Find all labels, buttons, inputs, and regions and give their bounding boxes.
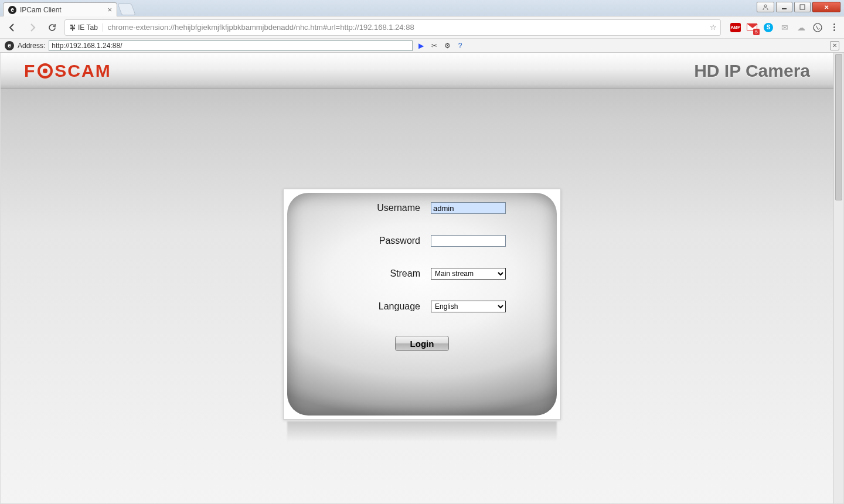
ext-gmail-icon[interactable]: 5 (747, 22, 757, 33)
omnibox-url: chrome-extension://hehijbfgiekmjfkfjpbkb… (108, 23, 414, 32)
login-card: Username Password Stream Main stream Lan… (283, 189, 561, 420)
svg-point-3 (814, 23, 822, 32)
ietab-logo-icon: e (5, 41, 14, 50)
extension-chip: IE Tab (69, 23, 103, 32)
ext-cloud-icon[interactable]: ☁ (796, 22, 806, 33)
arrow-right-icon (27, 22, 38, 33)
evernote-icon (813, 23, 822, 32)
ietab-help-icon[interactable]: ? (455, 41, 465, 50)
user-icon (763, 4, 768, 10)
tab-close-icon[interactable]: × (107, 5, 112, 14)
chrome-menu-button[interactable] (829, 22, 839, 33)
username-label: Username (338, 203, 420, 213)
minimize-icon (781, 4, 787, 10)
svg-point-0 (764, 5, 767, 7)
ietab-tools-icon[interactable]: ✂ (430, 41, 439, 50)
ext-abp-icon[interactable]: ABP (730, 22, 741, 33)
svg-rect-1 (782, 8, 787, 9)
arrow-left-icon (7, 22, 18, 33)
extension-chip-label: IE Tab (78, 23, 98, 32)
puzzle-icon (69, 24, 76, 31)
browser-toolbar: IE Tab chrome-extension://hehijbfgiekmjf… (0, 16, 844, 39)
window-close-button[interactable]: ✕ (812, 2, 840, 12)
svg-rect-2 (800, 5, 805, 9)
ietab-settings-icon[interactable]: ⚙ (443, 41, 452, 50)
tab-title: IPCam Client (20, 6, 62, 14)
ext-skype-icon[interactable]: S (763, 22, 774, 33)
product-title: HD IP Camera (694, 61, 810, 81)
ietab-address-bar: e Address: ▶ ✂ ⚙ ? ✕ (0, 39, 844, 53)
ietab-close-button[interactable]: ✕ (830, 41, 839, 50)
reload-icon (47, 23, 57, 32)
stream-select[interactable]: Main stream (431, 268, 506, 280)
window-user-button[interactable] (757, 2, 774, 12)
browser-tab-active[interactable]: e IPCam Client × (3, 2, 117, 16)
window-minimize-button[interactable] (776, 2, 792, 12)
language-label: Language (338, 301, 420, 312)
stream-label: Stream (338, 268, 420, 279)
nav-reload-button[interactable] (45, 20, 60, 35)
browser-tab-strip: e IPCam Client × ✕ (0, 0, 844, 16)
brand-o-icon (38, 63, 53, 79)
login-card-reflection (287, 421, 557, 441)
ietab-address-input[interactable] (49, 40, 413, 51)
nav-back-button[interactable] (5, 20, 20, 35)
maximize-icon (799, 4, 805, 10)
new-tab-button[interactable] (117, 4, 135, 15)
window-maximize-button[interactable] (794, 2, 811, 12)
tab-favicon-icon: e (8, 6, 16, 14)
ext-mail-icon[interactable]: ✉ (780, 22, 790, 33)
password-input[interactable] (431, 235, 506, 247)
username-input[interactable] (431, 202, 506, 214)
language-select[interactable]: English (431, 301, 506, 312)
ietab-address-label: Address: (18, 42, 45, 50)
page-body: FSCAM HD IP Camera Username Password Str… (0, 53, 844, 504)
ietab-go-button[interactable]: ▶ (418, 42, 424, 50)
bookmark-star-icon[interactable]: ☆ (710, 23, 717, 32)
login-button[interactable]: Login (395, 336, 449, 351)
password-label: Password (338, 236, 420, 246)
vertical-scrollbar[interactable] (833, 53, 843, 503)
nav-forward-button[interactable] (25, 20, 40, 35)
brand-logo: FSCAM (24, 61, 111, 81)
ext-evernote-icon[interactable] (812, 22, 823, 33)
page-header: FSCAM HD IP Camera (1, 53, 833, 89)
omnibox[interactable]: IE Tab chrome-extension://hehijbfgiekmjf… (64, 19, 721, 36)
